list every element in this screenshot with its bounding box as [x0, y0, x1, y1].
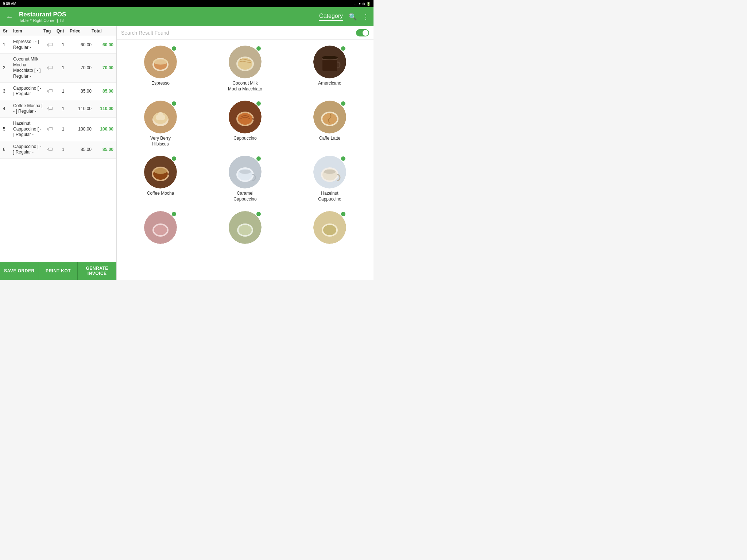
- search-result-text: Search Result Found: [121, 30, 169, 36]
- order-item-name: Coconut Milk Mocha Macchiato [ - ] Regul…: [13, 57, 43, 79]
- menu-item-image: [144, 101, 177, 133]
- svg-point-37: [154, 225, 167, 235]
- menu-item-very-berry[interactable]: Very BerryHibiscus: [120, 98, 201, 150]
- order-price: 85.00: [70, 89, 92, 94]
- tag-icon: 🏷: [47, 126, 53, 132]
- order-total: 85.00: [92, 147, 113, 152]
- order-sr: 1: [3, 42, 13, 47]
- order-item-name: Espresso [ - ] Regular -: [13, 39, 43, 50]
- table-row[interactable]: 6 Cappuccino [ - ] Regular - 🏷 1 85.00 8…: [0, 141, 116, 159]
- menu-item-image-wrapper: [313, 156, 346, 188]
- main-content: Sr Item Tag Qnt Price Total 1 Espresso […: [0, 26, 374, 280]
- menu-item-image-wrapper: [313, 211, 346, 244]
- svg-point-43: [323, 225, 336, 235]
- col-total: Total: [92, 28, 113, 34]
- menu-item-image-wrapper: [229, 211, 262, 244]
- order-qnt: 1: [57, 65, 70, 70]
- search-bar: Search Result Found: [117, 26, 374, 40]
- order-price: 70.00: [70, 65, 92, 70]
- tag-icon: 🏷: [47, 42, 53, 48]
- bottom-buttons: SAVE ORDER PRINT KOT GENRATE INVOICE: [0, 262, 116, 280]
- menu-item-coconut-milk[interactable]: Coconut MilkMocha Macchiato: [204, 43, 286, 95]
- order-tag[interactable]: 🏷: [43, 146, 57, 153]
- menu-item-image: [229, 101, 262, 133]
- availability-dot: [341, 156, 345, 161]
- availability-dot: [172, 156, 176, 161]
- svg-point-40: [239, 225, 252, 235]
- menu-item-row4-1[interactable]: [120, 208, 201, 249]
- menu-item-image-wrapper: [313, 46, 346, 78]
- availability-dot: [172, 46, 176, 51]
- tag-icon: 🏷: [47, 65, 53, 71]
- category-tab[interactable]: Category: [319, 13, 343, 21]
- svg-point-22: [322, 113, 337, 125]
- order-panel: Sr Item Tag Qnt Price Total 1 Espresso […: [0, 26, 117, 280]
- menu-item-label: Coffee Mocha: [147, 191, 174, 197]
- back-button[interactable]: ←: [4, 11, 15, 23]
- order-sr: 6: [3, 147, 13, 152]
- menu-item-row4-3[interactable]: [289, 208, 371, 249]
- menu-item-image-wrapper: [144, 101, 177, 133]
- order-price: 100.00: [70, 127, 92, 132]
- order-total: 100.00: [92, 127, 113, 132]
- menu-item-coffee-mocha[interactable]: Coffee Mocha: [120, 153, 201, 205]
- col-item: Item: [13, 28, 43, 34]
- app-title: Restaurant POS: [19, 11, 315, 18]
- menu-item-image: [229, 211, 262, 244]
- availability-dot: [341, 212, 345, 216]
- generate-invoice-button[interactable]: GENRATE INVOICE: [78, 262, 116, 280]
- tag-icon: 🏷: [47, 88, 53, 94]
- menu-item-caramel-cappuccino[interactable]: CaramelCappuccino: [204, 153, 286, 205]
- table-row[interactable]: 5 Hazelnut Cappuccino [ - ] Regular - 🏷 …: [0, 118, 116, 141]
- menu-item-cappuccino[interactable]: Cappuccino: [204, 98, 286, 150]
- menu-item-espresso[interactable]: Espresso: [120, 43, 201, 95]
- availability-dot: [341, 101, 345, 106]
- menu-item-label: HazelnutCappuccino: [318, 191, 341, 202]
- svg-point-34: [324, 170, 336, 174]
- menu-item-americano[interactable]: Amercicano: [289, 43, 371, 95]
- menu-item-image: [313, 101, 346, 133]
- order-tag[interactable]: 🏷: [43, 126, 57, 132]
- order-price: 85.00: [70, 147, 92, 152]
- order-total: 70.00: [92, 65, 113, 70]
- menu-panel: Search Result Found Espresso Coconut Mil…: [117, 26, 374, 280]
- availability-dot: [256, 101, 261, 106]
- menu-item-image-wrapper: [229, 156, 262, 188]
- menu-item-label: Espresso: [151, 81, 170, 86]
- print-kot-button[interactable]: PRINT KOT: [39, 262, 78, 280]
- order-tag[interactable]: 🏷: [43, 88, 57, 94]
- svg-rect-8: [322, 58, 337, 71]
- status-time: 9:09 AM: [3, 2, 16, 6]
- svg-point-3: [153, 59, 168, 65]
- order-qnt: 1: [57, 147, 70, 152]
- table-row[interactable]: 4 Coffee Mocha [ - ] Regular - 🏷 1 110.0…: [0, 100, 116, 118]
- menu-item-label: Very BerryHibiscus: [150, 136, 171, 147]
- order-total: 85.00: [92, 89, 113, 94]
- menu-item-caffe-latte[interactable]: Caffe Latte: [289, 98, 371, 150]
- menu-item-image-wrapper: [313, 101, 346, 133]
- order-sr: 4: [3, 106, 13, 111]
- table-row[interactable]: 2 Coconut Milk Mocha Macchiato [ - ] Reg…: [0, 54, 116, 82]
- search-icon[interactable]: 🔍: [349, 13, 357, 21]
- order-tag[interactable]: 🏷: [43, 65, 57, 71]
- app-header: ← Restaurant POS Table # Right Corner | …: [0, 7, 374, 26]
- header-title-group: Restaurant POS Table # Right Corner | T3: [19, 11, 315, 23]
- order-price: 110.00: [70, 106, 92, 111]
- order-tag[interactable]: 🏷: [43, 42, 57, 48]
- table-row[interactable]: 3 Cappuccino [ - ] Regular - 🏷 1 85.00 8…: [0, 83, 116, 100]
- table-row[interactable]: 1 Espresso [ - ] Regular - 🏷 1 60.00 60.…: [0, 36, 116, 54]
- menu-item-hazelnut-cappuccino[interactable]: HazelnutCappuccino: [289, 153, 371, 205]
- status-icons: ... ✦ ⊕ 🔋: [354, 2, 371, 6]
- save-order-button[interactable]: SAVE ORDER: [0, 262, 39, 280]
- menu-item-row4-2[interactable]: [204, 208, 286, 249]
- menu-item-image: [144, 156, 177, 188]
- more-options-icon[interactable]: ⋮: [363, 13, 369, 21]
- order-tag[interactable]: 🏷: [43, 105, 57, 112]
- order-total: 60.00: [92, 42, 113, 47]
- order-item-name: Cappuccino [ - ] Regular -: [13, 86, 43, 97]
- menu-item-image: [229, 46, 262, 78]
- menu-item-label: Coconut MilkMocha Macchiato: [228, 81, 262, 92]
- menu-item-label: Amercicano: [318, 81, 341, 86]
- toggle-switch[interactable]: [356, 29, 369, 36]
- order-total: 110.00: [92, 106, 113, 111]
